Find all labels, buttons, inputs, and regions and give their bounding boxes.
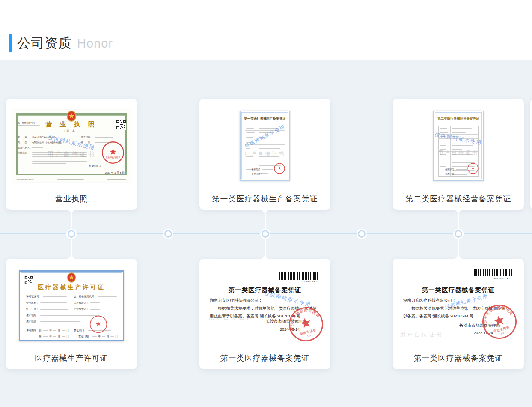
redacted-line xyxy=(18,125,40,126)
certificate-title: 第二类医疗器械经营备案凭证 xyxy=(434,117,483,121)
redacted-line xyxy=(452,154,473,155)
redacted-line xyxy=(452,149,462,150)
certificate-card-production-license[interactable]: 医疗器械生产许可证 许可证编号： 统一社会信用代码： 企业名称： 法定代表人： … xyxy=(6,259,137,369)
redacted-line xyxy=(248,123,282,123)
red-official-seal xyxy=(274,163,285,174)
company-line: 湖南力宾医疗科技有限公司： xyxy=(210,296,321,305)
redacted-line xyxy=(246,156,253,157)
redacted-line xyxy=(246,148,250,149)
card-tail xyxy=(261,255,269,259)
redacted-line xyxy=(440,128,447,129)
gray-watermark: 用户自传证书 xyxy=(400,331,443,338)
production-license-document: 医疗器械生产许可证 许可证编号： 统一社会信用代码： 企业名称： 法定代表人： … xyxy=(19,270,124,341)
license-subtitle: （副 本） xyxy=(12,129,131,133)
certificate-card-business-license[interactable]: 营 业 执 照 （副 本） 统一社会信用代码 xyxy=(6,99,137,210)
certificate-card-class1-production-filing[interactable]: 第一类医疗器械生产备案凭证 备案部门： 备案日期： xyxy=(199,99,330,210)
qr-code-icon xyxy=(116,120,126,130)
next-card-peek[interactable] xyxy=(530,99,532,210)
document-title: 第一类医疗器械备案凭证 xyxy=(393,286,524,294)
national-emblem-icon xyxy=(66,111,77,122)
redacted-line xyxy=(262,169,273,170)
barcode xyxy=(279,272,318,280)
redacted-line xyxy=(90,302,100,303)
redacted-line xyxy=(32,163,66,164)
redacted-line xyxy=(95,137,113,138)
redacted-line xyxy=(246,132,255,133)
redacted-line xyxy=(32,152,87,153)
redacted-line xyxy=(259,148,280,149)
honor-page: 公司资质 Honor 营 业 执 照 （副 本） 统一社会信用代码 xyxy=(0,0,532,407)
redacted-line xyxy=(53,330,56,331)
redacted-line xyxy=(32,156,87,157)
redacted-line xyxy=(40,315,100,316)
redacted-line xyxy=(107,179,126,180)
redacted-line xyxy=(441,123,476,123)
redacted-line xyxy=(452,141,458,141)
seal-center-text: 行政审批专用章 xyxy=(106,156,120,159)
redacted-line xyxy=(98,296,117,297)
filing-certificate-document: 第一类医疗器械生产备案凭证 备案部门： 备案日期： xyxy=(240,111,290,181)
redacted-line xyxy=(440,136,446,137)
barcode xyxy=(473,269,512,276)
card-tail xyxy=(455,255,462,259)
redacted-line xyxy=(440,145,446,146)
redacted-line xyxy=(259,132,273,133)
card-tail xyxy=(68,255,75,259)
seal-number: 1-3 xyxy=(307,334,311,338)
redacted-line xyxy=(259,137,266,138)
certificate-card-class1-filing-1[interactable]: 07MION48 第一类医疗器械备案凭证 湖南力宾医疗科技有限公司： 根据相关法… xyxy=(199,259,330,369)
redacted-line xyxy=(246,137,253,138)
certificate-card-class2-operation-filing[interactable]: 第二类医疗器械经营备案凭证 备案部门： xyxy=(393,99,524,210)
card-tail xyxy=(68,209,75,213)
card-caption: 第一类医疗器械备案凭证 xyxy=(393,347,524,369)
redacted-line xyxy=(452,128,472,129)
redacted-line xyxy=(440,141,447,141)
fine-print-row: http://www.gsxt.gov.cn xyxy=(17,178,126,180)
qr-code-icon xyxy=(24,276,33,284)
redacted-line xyxy=(452,159,475,159)
redacted-line xyxy=(92,336,97,337)
card-caption: 第一类医疗器械备案凭证 xyxy=(199,347,330,369)
redacted-line xyxy=(452,132,466,133)
redacted-line xyxy=(32,147,43,148)
redacted-line xyxy=(259,128,279,129)
redacted-line xyxy=(440,149,446,150)
section-header: 公司资质 Honor xyxy=(9,34,113,52)
certificate-image: 第一类医疗器械生产备案凭证 备案部门： 备案日期： xyxy=(199,104,330,188)
redacted-line xyxy=(43,296,67,297)
timeline-dot xyxy=(69,231,74,236)
redacted-line xyxy=(40,302,67,303)
card-tail xyxy=(455,209,462,213)
card-tail xyxy=(261,209,269,213)
red-official-seal xyxy=(467,163,479,174)
timeline-dot xyxy=(456,231,461,236)
seal-number: 1-3 xyxy=(500,332,505,335)
page-subtitle: Honor xyxy=(77,36,113,51)
certificate-image: 医疗器械生产许可证 许可证编号： 统一社会信用代码： 企业名称： 法定代表人： … xyxy=(6,263,137,349)
company-line: 湖南力宾医疗科技有限公司： xyxy=(403,296,514,305)
accent-bar xyxy=(9,34,12,52)
barcode-label: RB5XOCR1 xyxy=(494,277,511,280)
red-official-seal xyxy=(88,314,109,335)
card-caption: 医疗器械生产许可证 xyxy=(6,347,137,369)
timeline-dot xyxy=(166,231,171,236)
redacted-line xyxy=(440,154,446,155)
business-scope-text xyxy=(32,152,87,165)
red-official-seal: 行政审批专用章 xyxy=(101,141,125,164)
redacted-line xyxy=(32,159,87,159)
credit-code-label: 统一社会信用代码 xyxy=(18,121,40,126)
redacted-line xyxy=(43,336,48,337)
redacted-line xyxy=(259,156,280,157)
redacted-line xyxy=(62,336,65,337)
certificate-title: 第一类医疗器械生产备案凭证 xyxy=(241,117,289,121)
redacted-line xyxy=(246,142,253,143)
redacted-line xyxy=(40,321,80,322)
document-title: 第一类医疗器械备案凭证 xyxy=(199,286,330,294)
redacted-line xyxy=(262,174,273,174)
redacted-line xyxy=(102,336,105,337)
redacted-line xyxy=(32,161,87,162)
redacted-line xyxy=(110,336,114,337)
redacted-line xyxy=(57,179,84,180)
redacted-line xyxy=(43,330,48,331)
certificate-card-class1-filing-2[interactable]: RB5XOCR1 第一类医疗器械备案凭证 湖南力宾医疗科技有限公司： 根据相关法… xyxy=(393,259,524,369)
